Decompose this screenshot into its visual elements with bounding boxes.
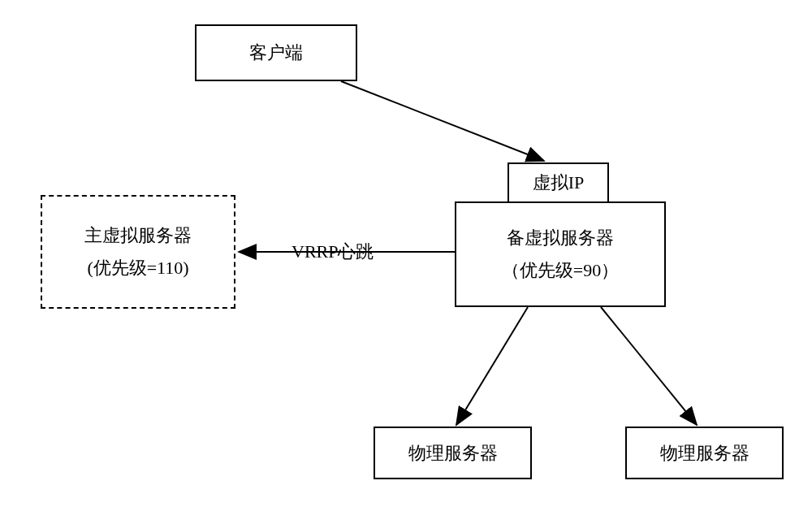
backup-server-label-1: 备虚拟服务器 bbox=[507, 222, 614, 254]
backup-virtual-server-node: 备虚拟服务器 （优先级=90） bbox=[455, 201, 666, 307]
backup-server-label-2: （优先级=90） bbox=[502, 254, 619, 287]
master-server-label-2: (优先级=110) bbox=[87, 252, 188, 284]
physical-server-left-node: 物理服务器 bbox=[374, 427, 532, 479]
master-virtual-server-node: 主虚拟服务器 (优先级=110) bbox=[41, 195, 235, 309]
virtual-ip-label: 虚拟IP bbox=[533, 171, 585, 195]
physical-server-right-node: 物理服务器 bbox=[625, 427, 784, 479]
master-server-label-1: 主虚拟服务器 bbox=[84, 219, 192, 252]
physical-server-left-label: 物理服务器 bbox=[408, 441, 498, 466]
edge-client-to-virtualip bbox=[341, 81, 544, 161]
edge-backup-to-phys-right bbox=[601, 307, 697, 425]
client-node: 客户端 bbox=[195, 24, 357, 81]
client-label: 客户端 bbox=[249, 41, 303, 65]
heartbeat-edge-label: VRRP心跳 bbox=[288, 240, 377, 264]
virtual-ip-node: 虚拟IP bbox=[508, 162, 609, 203]
physical-server-right-label: 物理服务器 bbox=[660, 441, 749, 466]
edge-backup-to-phys-left bbox=[456, 307, 528, 425]
